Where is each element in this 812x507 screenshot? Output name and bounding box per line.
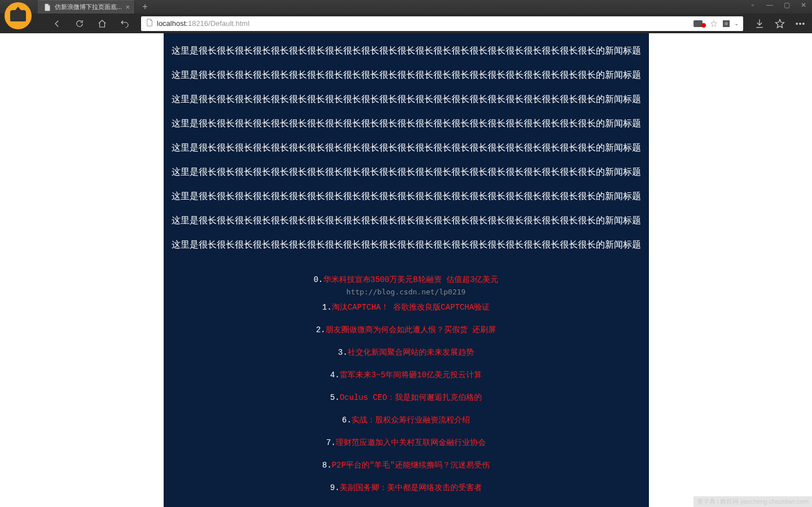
reload-button[interactable] — [73, 17, 86, 30]
activity-icon[interactable]: ▫ — [748, 1, 758, 9]
url-text: localhost:18216/Default.html — [157, 19, 249, 28]
item-title: 社交化新闻聚合网站的未来发展趋势 — [348, 348, 474, 357]
item-title: Oculus CEO：我是如何邂逅扎克伯格的 — [340, 393, 482, 402]
back-button[interactable] — [51, 17, 63, 30]
item-number: 6. — [342, 416, 352, 425]
item-title: 淘汰CAPTCHA！ 谷歌推改良版CAPTCHA验证 — [332, 303, 490, 312]
item-title: 美副国务卿：美中都是网络攻击的受害者 — [340, 483, 482, 492]
window-controls: ▫ — ▢ ✕ — [748, 1, 809, 9]
item-number: 7. — [326, 438, 336, 447]
numbered-news-item[interactable]: 9.美副国务卿：美中都是网络攻击的受害者 — [164, 477, 649, 499]
svg-point-2 — [796, 23, 798, 24]
item-title: 雷军未来3~5年间将砸10亿美元投云计算 — [340, 371, 482, 380]
numbered-news-item[interactable]: 6.实战：股权众筹行业融资流程介绍 — [164, 409, 649, 431]
menu-button[interactable] — [794, 17, 806, 30]
browser-toolbar: localhost:18216/Default.html ⌄ — [0, 14, 812, 33]
url-dropdown-icon[interactable]: ⌄ — [734, 20, 739, 27]
tab-close-icon[interactable]: × — [125, 3, 130, 11]
headline-list: 这里是很长很长很长很长很长很长很长很长很长很长很长很长很长很长很长很长很长很长很… — [164, 39, 649, 257]
headline-item[interactable]: 这里是很长很长很长很长很长很长很长很长很长很长很长很长很长很长很长很长很长很长很… — [164, 63, 649, 87]
item-title: 实战：股权众筹行业融资流程介绍 — [352, 416, 470, 425]
site-watermark: 查字典 | 教程网 jiaocheng.chazidian.com — [694, 496, 813, 507]
url-bar[interactable]: localhost:18216/Default.html ⌄ — [141, 16, 743, 31]
page-container: 这里是很长很长很长很长很长很长很长很长很长很长很长很长很长很长很长很长很长很长很… — [164, 33, 649, 507]
numbered-news-item[interactable]: 3.社交化新闻聚合网站的未来发展趋势 — [164, 341, 649, 364]
bookmark-star-button[interactable] — [774, 17, 786, 30]
item-title: 理财范应邀加入中关村互联网金融行业协会 — [336, 438, 486, 447]
tab-title: 仿新浪微博下拉页面底... — [55, 3, 122, 11]
headline-item[interactable]: 这里是很长很长很长很长很长很长很长很长很长很长很长很长很长很长很长很长很长很长很… — [164, 87, 649, 112]
item-number: 3. — [338, 348, 348, 357]
upload-icon — [10, 10, 26, 21]
headline-item[interactable]: 这里是很长很长很长很长很长很长很长很长很长很长很长很长很长很长很长很长很长很长很… — [164, 184, 649, 209]
item-number: 1. — [322, 303, 332, 312]
svg-point-1 — [725, 22, 728, 25]
numbered-news-item[interactable]: 5.Oculus CEO：我是如何邂逅扎克伯格的 — [164, 386, 649, 409]
numbered-news-item[interactable]: 4.雷军未来3~5年间将砸10亿美元投云计算 — [164, 364, 649, 386]
browser-logo[interactable] — [5, 2, 32, 29]
item-number: 8. — [322, 461, 332, 470]
forward-undo-button[interactable] — [118, 17, 131, 30]
headline-item[interactable]: 这里是很长很长很长很长很长很长很长很长很长很长很长很长很长很长很长很长很长很长很… — [164, 136, 649, 160]
blog-watermark: http://blog.csdn.net/lp0219 — [164, 288, 649, 296]
toolbar-right — [753, 17, 806, 30]
new-tab-button[interactable]: + — [137, 1, 153, 12]
page-icon — [43, 3, 51, 11]
svg-point-4 — [803, 23, 805, 24]
headline-item[interactable]: 这里是很长很长很长很长很长很长很长很长很长很长很长很长很长很长很长很长很长很长很… — [164, 160, 649, 184]
item-number: 0. — [314, 275, 323, 284]
item-number: 4. — [330, 371, 340, 380]
headline-item[interactable]: 这里是很长很长很长很长很长很长很长很长很长很长很长很长很长很长很长很长很长很长很… — [164, 209, 649, 233]
minimize-button[interactable]: — — [765, 1, 775, 9]
headline-item[interactable]: 这里是很长很长很长很长很长很长很长很长很长很长很长很长很长很长很长很长很长很长很… — [164, 112, 649, 136]
item-number: 2. — [316, 325, 326, 334]
headline-item[interactable]: 这里是很长很长很长很长很长很长很长很长很长很长很长很长很长很长很长很长很长很长很… — [164, 39, 649, 63]
item-title: P2P平台的"羊毛"还能继续撸吗？沉迷易受伤 — [332, 461, 490, 470]
numbered-news-item[interactable]: 8.P2P平台的"羊毛"还能继续撸吗？沉迷易受伤 — [164, 454, 649, 477]
item-number: 9. — [330, 483, 340, 492]
maximize-button[interactable]: ▢ — [782, 1, 792, 9]
numbered-news-item[interactable]: 1.淘汰CAPTCHA！ 谷歌推改良版CAPTCHA验证 — [164, 296, 649, 319]
item-title: 朋友圈做微商为何会如此遭人恨？买假货 还刷屏 — [326, 325, 496, 334]
item-title: 华米科技宣布3500万美元B轮融资 估值超3亿美元 — [323, 275, 499, 284]
extension-icon[interactable] — [722, 19, 731, 28]
close-button[interactable]: ✕ — [798, 1, 809, 9]
tab-bar: 仿新浪微博下拉页面底... × + ▫ — ▢ ✕ — [0, 0, 812, 14]
item-number: 5. — [330, 393, 340, 402]
svg-point-3 — [800, 23, 801, 24]
numbered-news-list: 0.华米科技宣布3500万美元B轮融资 估值超3亿美元http://blog.c… — [164, 268, 649, 499]
downloads-button[interactable] — [753, 17, 766, 30]
page-favicon — [146, 19, 153, 28]
numbered-news-item[interactable]: 2.朋友圈做微商为何会如此遭人恨？买假货 还刷屏 — [164, 319, 649, 341]
numbered-news-item[interactable]: 7.理财范应邀加入中关村互联网金融行业协会 — [164, 431, 649, 454]
home-button[interactable] — [96, 17, 108, 30]
reader-badge-icon[interactable] — [694, 20, 706, 28]
star-outline-icon[interactable] — [709, 19, 718, 28]
headline-item[interactable]: 这里是很长很长很长很长很长很长很长很长很长很长很长很长很长很长很长很长很长很长很… — [164, 233, 649, 257]
content-area[interactable]: 这里是很长很长很长很长很长很长很长很长很长很长很长很长很长很长很长很长很长很长很… — [0, 33, 812, 507]
browser-tab[interactable]: 仿新浪微博下拉页面底... × — [38, 0, 135, 14]
url-right-controls: ⌄ — [694, 19, 739, 28]
loading-indicator: 正在加载，请稍后... — [164, 499, 649, 507]
